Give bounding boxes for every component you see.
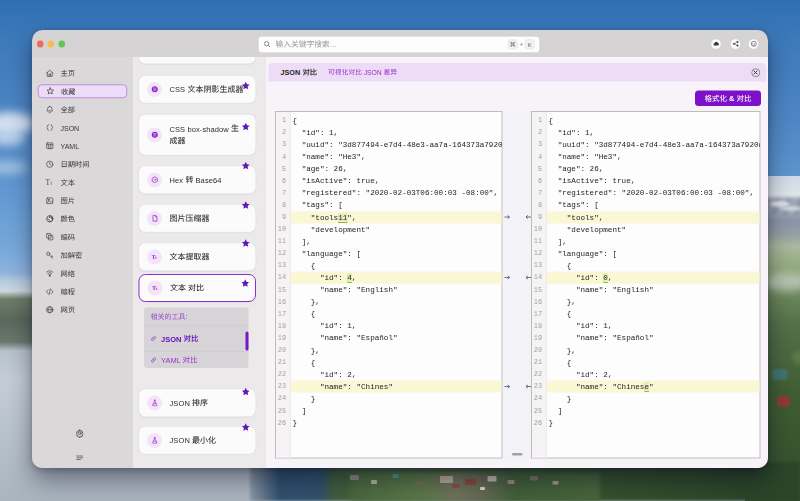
svg-text:t: t xyxy=(156,286,158,291)
svg-text:t: t xyxy=(155,255,157,260)
svg-text:t: t xyxy=(51,180,53,186)
